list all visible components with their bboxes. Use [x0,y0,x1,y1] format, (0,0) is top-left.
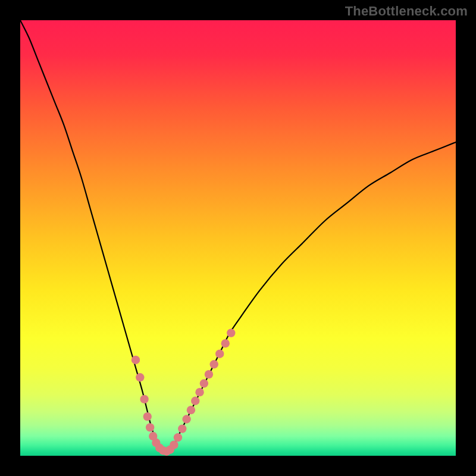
sample-dot [170,441,178,449]
sample-dot [215,350,224,358]
sample-dot [200,379,208,387]
sample-dot [182,415,190,423]
watermark-text: TheBottleneck.com [345,4,468,19]
sample-dot [140,395,148,403]
sample-dot [187,406,195,414]
sample-dot [131,356,140,364]
sample-dot [143,412,152,421]
chart-frame: TheBottleneck.com [0,0,476,476]
sample-dot [136,373,144,381]
sample-points [20,20,456,456]
sample-dot [174,433,182,441]
plot-area [20,20,456,456]
sample-dot [195,388,203,396]
sample-dot [221,339,230,347]
sample-dot [178,424,186,433]
sample-dot [146,423,154,431]
sample-dot [191,397,199,405]
sample-dot [210,360,218,368]
sample-dot [205,370,213,378]
sample-dot [227,328,235,337]
